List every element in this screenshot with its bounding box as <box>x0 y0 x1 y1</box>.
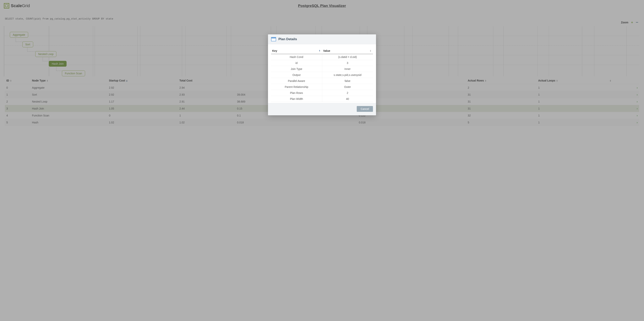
kv-row: Join TypeInner <box>271 66 373 72</box>
kv-key: Output <box>271 72 322 78</box>
modal-title: Plan Details <box>278 37 297 41</box>
modal-header: Plan Details <box>268 34 376 44</box>
kv-value: Outer <box>322 84 373 90</box>
plan-details-modal: Plan Details Key▲▼ Value▲▼ Hash Cond(s.d… <box>268 34 376 115</box>
kv-value: 2 <box>322 90 373 96</box>
kv-value: s.state,s.pid,s.usesysid <box>322 72 373 78</box>
kv-row: Plan Width40 <box>271 96 373 102</box>
kv-key-header[interactable]: Key▲▼ <box>271 48 322 54</box>
kv-key: Hash Cond <box>271 54 322 60</box>
kv-value: 3 <box>322 60 373 66</box>
kv-value: Inner <box>322 66 373 72</box>
kv-value: false <box>322 78 373 84</box>
kv-value: (s.datid = d.oid) <box>322 54 373 60</box>
kv-row: Hash Cond(s.datid = d.oid) <box>271 54 373 60</box>
kv-row: Parallel Awarefalse <box>271 78 373 84</box>
kv-key: Parent Relationship <box>271 84 322 90</box>
window-icon <box>271 37 276 41</box>
sort-icon: ▲▼ <box>319 50 320 52</box>
kv-key: Plan Width <box>271 96 322 102</box>
kv-key: Parallel Aware <box>271 78 322 84</box>
kv-value: 40 <box>322 96 373 102</box>
modal-footer: Cancel <box>268 103 376 115</box>
modal-body: Key▲▼ Value▲▼ Hash Cond(s.datid = d.oid)… <box>268 44 376 103</box>
kv-row: Outputs.state,s.pid,s.usesysid <box>271 72 373 78</box>
kv-row: Parent RelationshipOuter <box>271 84 373 90</box>
kv-value-header[interactable]: Value▲▼ <box>322 48 373 54</box>
kv-key: Plan Rows <box>271 90 322 96</box>
plan-details-table: Key▲▼ Value▲▼ Hash Cond(s.datid = d.oid)… <box>271 48 373 102</box>
kv-key: id <box>271 60 322 66</box>
kv-row: Plan Rows2 <box>271 90 373 96</box>
kv-row: id3 <box>271 60 373 66</box>
cancel-button[interactable]: Cancel <box>357 106 373 112</box>
kv-key: Join Type <box>271 66 322 72</box>
sort-icon: ▲▼ <box>370 50 372 52</box>
